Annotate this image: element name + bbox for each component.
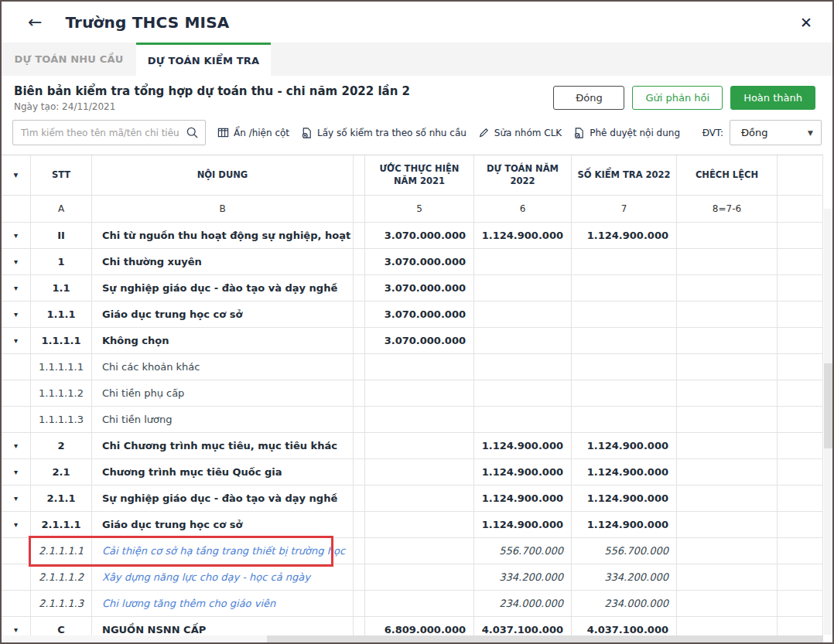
approve-content-button[interactable]: Phê duyệt nội dung [573,127,680,139]
table-row[interactable]: ▾2.1.1Sự nghiệp giáo dục - đào tạo và dạ… [2,486,823,512]
table-row[interactable]: ▾1.1Sự nghiệp giáo dục - đào tạo và dạy … [2,275,823,302]
row-content-cell[interactable]: Chi lương tăng thêm cho giáo viên [92,591,354,616]
row-expand-caret-icon [2,591,31,616]
row-expand-caret-icon [2,407,31,432]
row-expand-caret-icon[interactable]: ▾ [2,302,31,327]
row-so-kiem-tra-2022-cell: 334.200.000 [572,564,677,590]
get-check-numbers-button[interactable]: Lấy số kiểm tra theo số nhu cầu [301,127,467,139]
row-du-toan-2022-cell: 556.700.000 [474,538,572,564]
table-row[interactable]: ▾2.1Chương trình mục tiêu Quốc gia1.124.… [2,459,823,486]
row-spacer-cell [354,512,365,537]
row-expand-caret-icon[interactable]: ▾ [2,486,31,511]
row-so-kiem-tra-2022-cell [572,407,677,432]
table-row[interactable]: 2.1.1.1.2Xây dựng năng lực cho dạy - học… [2,564,823,591]
vertical-scrollbar-thumb[interactable] [824,363,832,448]
table-row[interactable]: 1.1.1.1.2Chi tiền phụ cấp [2,380,823,407]
row-chech-lech-cell [677,512,778,537]
document-title: Biên bản kiểm tra tổng hợp dự toán thu -… [14,84,410,98]
row-tail-cell [778,617,823,635]
table-row[interactable]: 2.1.1.1.1Cải thiện cơ sở hạ tầng trang t… [2,538,823,564]
row-chech-lech-cell [677,354,778,380]
row-spacer-cell [354,433,365,458]
column-code-tail [778,196,823,222]
row-content-cell: Giáo dục trung học cơ sở [92,302,354,327]
row-est-2021-cell [365,433,474,458]
table-row[interactable]: ▾IIChi từ nguồn thu hoạt động sự nghiệp,… [2,223,823,249]
row-tail-cell [778,249,823,274]
action-buttons: Đóng Gửi phản hồi Hoàn thành [553,84,815,110]
back-arrow-icon[interactable]: ← [28,14,42,31]
tab-du-toan-kiem-tra[interactable]: DỰ TOÁN KIỂM TRA [136,43,271,76]
row-stt-cell: 1.1.1.1.3 [31,407,92,432]
row-stt-cell: 2.1.1.1 [31,512,92,537]
search-icon[interactable] [186,126,199,139]
unit-select[interactable]: Đồng ▼ [730,120,822,145]
table-row[interactable]: 1.1.1.1.3Chi tiền lương [2,407,823,433]
code-caret-cell [2,196,31,222]
table-row[interactable]: ▾1.1.1Giáo dục trung học cơ sở3.070.000.… [2,302,823,328]
row-expand-caret-icon [2,354,31,380]
header-collapse-caret-icon[interactable]: ▾ [2,155,31,195]
column-spacer [354,155,365,195]
row-expand-caret-icon[interactable]: ▾ [2,433,31,458]
toggle-columns-button[interactable]: Ẩn /hiện cột [217,127,289,138]
row-du-toan-2022-cell: 1.124.900.000 [474,433,572,458]
row-stt-cell: 1.1.1.1.2 [31,380,92,406]
row-so-kiem-tra-2022-cell: 556.700.000 [572,538,677,564]
table-row[interactable]: 2.1.1.1.3Chi lương tăng thêm cho giáo vi… [2,591,823,617]
row-expand-caret-icon[interactable]: ▾ [2,459,31,485]
row-spacer-cell [354,249,365,274]
row-expand-caret-icon[interactable]: ▾ [2,275,31,301]
vertical-scrollbar[interactable] [824,209,832,635]
row-stt-cell: 2.1.1.1.2 [31,564,92,590]
row-expand-caret-icon[interactable]: ▾ [2,512,31,537]
close-icon[interactable]: ✕ [800,14,812,31]
row-chech-lech-cell [677,459,778,485]
send-feedback-button[interactable]: Gửi phản hồi [632,86,723,110]
table-row[interactable]: ▾2Chi Chương trình mục tiêu, mục tiêu kh… [2,433,823,459]
close-button[interactable]: Đóng [553,86,624,110]
row-spacer-cell [354,275,365,301]
row-tail-cell [778,486,823,511]
horizontal-scrollbar[interactable] [2,635,823,642]
row-tail-cell [778,407,823,432]
unit-selected-value: Đồng [741,127,768,138]
row-spacer-cell [354,591,365,616]
table-row[interactable]: ▾1.1.1.1Không chọn3.070.000.000 [2,328,823,354]
table-row[interactable]: ▾2.1.1.1Giáo dục trung học cơ sở1.124.90… [2,512,823,538]
row-expand-caret-icon[interactable]: ▾ [2,223,31,248]
row-du-toan-2022-cell [474,302,572,327]
row-chech-lech-cell [677,538,778,564]
row-expand-caret-icon [2,380,31,406]
table-row[interactable]: 1.1.1.1.1Chi các khoản khác [2,354,823,380]
row-chech-lech-cell [677,407,778,432]
row-spacer-cell [354,459,365,485]
row-stt-cell: 2 [31,433,92,458]
row-content-cell: Chi tiền lương [92,407,354,432]
complete-button[interactable]: Hoàn thành [730,86,815,110]
row-expand-caret-icon [2,538,31,564]
table-row[interactable]: ▾CNGUỒN NSNN CẤP6.809.000.0004.037.100.0… [2,617,823,635]
edit-clk-group-button[interactable]: Sửa nhóm CLK [478,127,562,138]
row-expand-caret-icon[interactable]: ▾ [2,328,31,353]
row-est-2021-cell: 3.070.000.000 [365,328,474,353]
column-spacer [354,196,365,222]
row-expand-caret-icon[interactable]: ▾ [2,249,31,274]
column-code-a: A [31,196,92,222]
horizontal-scrollbar-thumb[interactable] [267,635,823,642]
columns-icon [217,127,229,138]
row-content-cell[interactable]: Xây dựng năng lực cho dạy - học cả ngày [92,564,354,590]
unit-label: ĐVT: [702,128,723,138]
search-input[interactable] [13,128,186,138]
tab-du-toan-nhu-cau[interactable]: DỰ TOÁN NHU CẦU [2,43,136,76]
row-so-kiem-tra-2022-cell: 1.124.900.000 [572,512,677,537]
row-expand-caret-icon[interactable]: ▾ [2,617,31,635]
row-content-cell[interactable]: Cải thiện cơ sở hạ tầng trang thiết bị t… [92,538,354,564]
row-du-toan-2022-cell: 4.037.100.000 [474,617,572,635]
row-chech-lech-cell [677,275,778,301]
row-du-toan-2022-cell [474,407,572,432]
row-content-cell: Chi từ nguồn thu hoạt động sự nghiệp, ho… [92,223,354,248]
table-row[interactable]: ▾1Chi thường xuyên3.070.000.000 [2,249,823,275]
row-tail-cell [778,223,823,248]
row-du-toan-2022-cell [474,328,572,353]
